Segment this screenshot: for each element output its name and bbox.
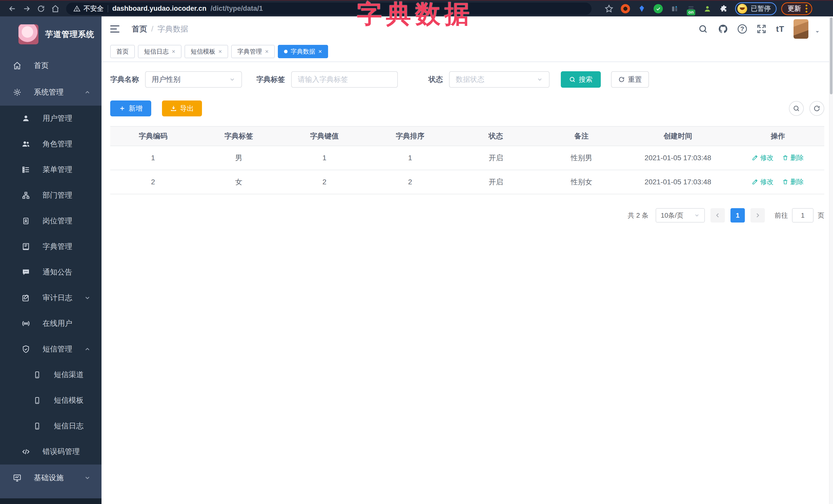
reload-icon[interactable] (34, 3, 48, 15)
home-nav-icon[interactable] (48, 3, 63, 15)
dict-label-input-wrap (291, 71, 398, 88)
edit-link[interactable]: 修改 (752, 153, 774, 162)
prev-page-icon[interactable] (711, 208, 725, 222)
sidebar-item-notice[interactable]: 通知公告 (0, 259, 101, 285)
address-bar[interactable]: 不安全 dashboard.yudao.iocoder.cn/dict/type… (66, 3, 592, 15)
sidebar-item-sms-log[interactable]: 短信日志 (0, 413, 101, 439)
sidebar-item-sms-management[interactable]: 短信管理 (0, 336, 101, 362)
github-icon[interactable] (718, 24, 729, 34)
col-dict-sort: 字典排序 (367, 126, 453, 146)
org-tree-icon (21, 190, 31, 200)
extension-green-check-icon[interactable] (652, 3, 664, 14)
sidebar-item-dept-management[interactable]: 部门管理 (0, 183, 101, 208)
chevron-down-icon (84, 294, 91, 301)
delete-link[interactable]: 删除 (782, 153, 804, 162)
goto-label: 前往 (775, 211, 788, 220)
url-divider (108, 5, 108, 12)
profile-status-label: 已暂停 (751, 4, 771, 13)
chevron-up-icon (84, 89, 91, 96)
url-path: /dict/type/data/1 (211, 5, 263, 13)
sidebar-item-error-code[interactable]: 错误码管理 (0, 439, 101, 464)
current-page[interactable]: 1 (731, 208, 745, 222)
browser-profile-chip[interactable]: 已暂停 (735, 2, 777, 15)
shield-check-icon (21, 344, 31, 354)
sidebar-item-post-management[interactable]: 岗位管理 (0, 208, 101, 234)
puzzle-extensions-icon[interactable] (718, 3, 730, 14)
forward-icon[interactable] (20, 3, 34, 15)
sidebar-item-infrastructure[interactable]: 基础设施 (0, 464, 101, 491)
status-label: 状态 (429, 75, 443, 85)
close-icon[interactable]: × (218, 48, 222, 55)
security-warning[interactable]: 不安全 (73, 4, 103, 13)
breadcrumb-home[interactable]: 首页 (132, 24, 147, 34)
sidebar-item-role-management[interactable]: 角色管理 (0, 131, 101, 157)
search-icon[interactable] (698, 24, 709, 34)
annotation-title: 字典数据 (357, 0, 474, 31)
sidebar-item-menu-management[interactable]: 菜单管理 (0, 157, 101, 183)
sidebar-item-dict-management[interactable]: 字典管理 (0, 234, 101, 259)
sidebar-item-home[interactable]: 首页 (0, 52, 101, 79)
breadcrumb-separator: / (151, 25, 153, 33)
tab-sms-template[interactable]: 短信模板 × (185, 45, 228, 58)
scrollbar-thumb[interactable] (830, 18, 832, 94)
filter-form: 字典名称 用户性别 字典标签 状态 数据状态 搜索 (110, 71, 824, 88)
help-icon[interactable]: ? (738, 24, 747, 33)
extension-blue-icon[interactable] (669, 3, 680, 14)
sidebar-item-sms-channel[interactable]: 短信渠道 (0, 362, 101, 388)
col-remark: 备注 (539, 126, 624, 146)
goto-page-input[interactable] (792, 208, 813, 222)
tab-dict-data[interactable]: 字典数据 × (278, 45, 328, 58)
extension-on-badge-icon[interactable]: on (685, 3, 697, 14)
sidebar-item-sms-template[interactable]: 短信模板 (0, 388, 101, 413)
delete-link[interactable]: 删除 (782, 177, 804, 186)
export-button[interactable]: 导出 (162, 100, 202, 116)
tab-dict-management[interactable]: 字典管理 × (231, 45, 275, 58)
phone-icon (32, 370, 42, 380)
status-text: 开启 (453, 170, 539, 194)
sidebar-item-online-users[interactable]: 在线用户 (0, 311, 101, 336)
update-label: 更新 (788, 4, 801, 13)
chevron-down-icon (537, 76, 543, 82)
extension-gem-icon[interactable] (636, 3, 647, 14)
app-logo-row[interactable]: 芋道管理系统 (0, 17, 101, 52)
close-icon[interactable]: × (265, 48, 269, 55)
toggle-search-icon[interactable] (789, 101, 804, 116)
fullscreen-icon[interactable] (756, 24, 767, 34)
font-size-icon[interactable]: tT (776, 24, 784, 34)
next-page-icon[interactable] (751, 208, 765, 222)
page-size-select[interactable]: 10条/页 (656, 208, 705, 222)
add-button[interactable]: 新增 (110, 100, 151, 116)
close-icon[interactable]: × (318, 48, 322, 55)
tab-sms-log[interactable]: 短信日志 × (138, 45, 182, 58)
tab-home[interactable]: 首页 (110, 45, 135, 58)
sidebar-item-audit-log[interactable]: 审计日志 (0, 285, 101, 311)
extension-person-icon[interactable] (702, 3, 713, 14)
browser-menu-dots-icon[interactable] (806, 5, 807, 13)
dict-label-input[interactable] (298, 75, 391, 83)
chevron-down-icon (229, 76, 235, 82)
sidebar-item-user-management[interactable]: 用户管理 (0, 105, 101, 131)
table-header-row: 字典编码 字典标签 字典键值 字典排序 状态 备注 创建时间 操作 (110, 126, 824, 146)
back-icon[interactable] (5, 3, 20, 15)
status-select[interactable]: 数据状态 (449, 71, 549, 88)
refresh-icon[interactable] (809, 101, 824, 116)
avatar-caret-icon[interactable] (814, 29, 820, 34)
search-button[interactable]: 搜索 (561, 71, 601, 88)
close-icon[interactable]: × (172, 48, 175, 55)
table-toolbar: 新增 导出 (110, 100, 824, 116)
collapse-sidebar-icon[interactable] (110, 24, 121, 34)
edit-link[interactable]: 修改 (752, 177, 774, 186)
sidebar-item-system-management[interactable]: 系统管理 (0, 79, 101, 105)
table-tools (789, 101, 824, 116)
extension-on-badge: on (687, 9, 695, 15)
extensions-row: on (603, 3, 730, 14)
dict-name-select[interactable]: 用户性别 (145, 71, 242, 88)
pagination: 共 2 条 10条/页 1 前往 页 (110, 208, 824, 222)
user-avatar[interactable] (793, 19, 808, 39)
app-title: 芋道管理系统 (45, 29, 94, 40)
browser-update-button[interactable]: 更新 (781, 2, 812, 15)
extension-orange-icon[interactable] (620, 3, 631, 14)
bookmark-star-icon[interactable] (603, 3, 615, 14)
reset-button[interactable]: 重置 (611, 71, 649, 88)
page-scrollbar[interactable] (829, 17, 833, 504)
